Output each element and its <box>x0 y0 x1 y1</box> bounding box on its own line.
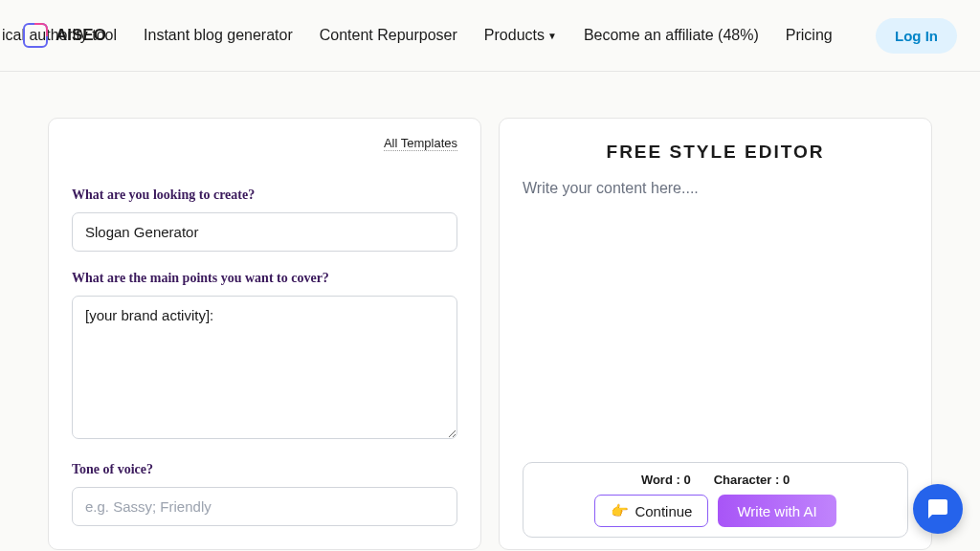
all-templates-link[interactable]: All Templates <box>384 136 457 151</box>
chat-icon <box>926 497 949 520</box>
tone-input[interactable] <box>72 487 457 526</box>
points-textarea[interactable] <box>72 296 457 439</box>
word-count: Word : 0 <box>641 473 691 487</box>
form-panel: All Templates What are you looking to cr… <box>48 118 481 550</box>
header: AISEO ical authority tool Instant blog g… <box>0 0 980 72</box>
logo[interactable]: AISEO <box>23 23 106 48</box>
nav-products[interactable]: Products ▼ <box>484 27 557 44</box>
logo-text: AISEO <box>56 26 106 45</box>
nav-content-repurposer[interactable]: Content Repurposer <box>320 27 457 44</box>
arrow-right-icon: 👉 <box>611 502 629 519</box>
nav: ical authority tool Instant blog generat… <box>2 27 833 44</box>
main: All Templates What are you looking to cr… <box>0 72 980 550</box>
editor-panel: FREE STYLE EDITOR Write your content her… <box>499 118 932 550</box>
chat-fab[interactable] <box>913 484 963 534</box>
label-tone: Tone of voice? <box>72 462 457 477</box>
nav-affiliate[interactable]: Become an affiliate (48%) <box>584 27 759 44</box>
create-input[interactable] <box>72 212 457 252</box>
label-points: What are the main points you want to cov… <box>72 271 457 286</box>
counts: Word : 0 Character : 0 <box>537 473 894 487</box>
nav-blog-generator[interactable]: Instant blog generator <box>144 27 293 44</box>
write-with-ai-button[interactable]: Write with AI <box>718 495 835 527</box>
chevron-down-icon: ▼ <box>547 31 557 41</box>
char-count: Character : 0 <box>714 473 790 487</box>
logo-icon <box>23 23 48 48</box>
nav-pricing[interactable]: Pricing <box>786 27 833 44</box>
editor-footer: Word : 0 Character : 0 👉 Continue Write … <box>523 462 908 538</box>
editor-title: FREE STYLE EDITOR <box>523 142 908 163</box>
label-create: What are you looking to create? <box>72 187 457 203</box>
editor-placeholder: Write your content here.... <box>523 180 908 197</box>
continue-button[interactable]: 👉 Continue <box>594 495 708 527</box>
buttons-row: 👉 Continue Write with AI <box>537 495 894 527</box>
login-button[interactable]: Log In <box>876 18 957 54</box>
